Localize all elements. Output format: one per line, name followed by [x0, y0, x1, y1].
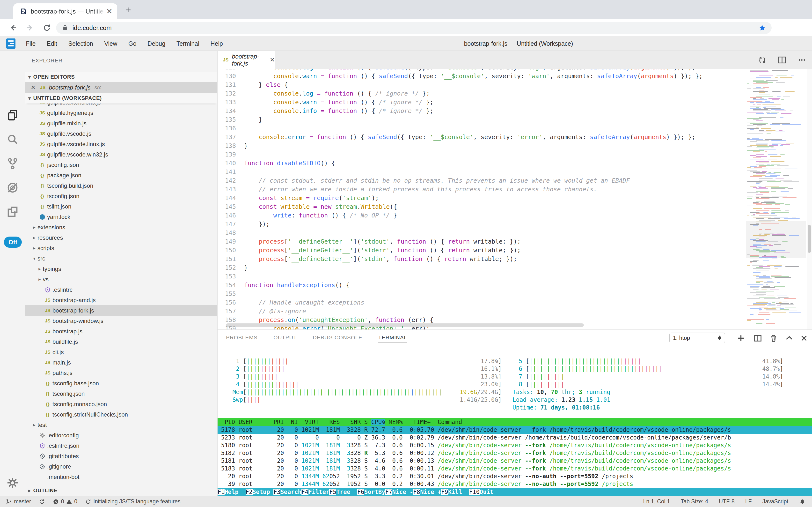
- close-icon[interactable]: ✕: [31, 84, 36, 91]
- sync-indicator[interactable]: [39, 499, 45, 505]
- htop-process-row[interactable]: 5233 root 20 0 0 0 0 Z 36.3 0.0 0:02.79 …: [217, 434, 812, 442]
- fkey-label-help[interactable]: Help: [225, 489, 246, 495]
- fkey-F8[interactable]: F8: [413, 489, 420, 495]
- tree-item-tsconfig.json[interactable]: {}tsconfig.json: [25, 389, 217, 399]
- tree-item-.gitignore[interactable]: .gitignore: [25, 461, 217, 472]
- tree-item-resources[interactable]: ▸resources: [25, 232, 217, 243]
- fkey-F6[interactable]: F6: [357, 489, 364, 495]
- menu-edit[interactable]: Edit: [41, 40, 63, 47]
- language-status[interactable]: Initializing JS/TS language features: [85, 498, 181, 505]
- tab-close-icon[interactable]: ✕: [269, 56, 275, 64]
- maximize-panel-icon[interactable]: [785, 334, 794, 343]
- encoding[interactable]: UTF-8: [719, 498, 735, 505]
- source-control-icon[interactable]: [6, 157, 19, 170]
- close-panel-icon[interactable]: [799, 334, 809, 343]
- fkey-label-search[interactable]: Search: [280, 489, 302, 495]
- tree-item-src[interactable]: ▾src: [25, 253, 217, 264]
- tree-item-bootstrap-fork.js[interactable]: JSbootstrap-fork.js: [25, 305, 217, 316]
- menu-help[interactable]: Help: [205, 40, 229, 47]
- fkey-label-nice -[interactable]: Nice -: [392, 489, 414, 495]
- menu-debug[interactable]: Debug: [142, 40, 171, 47]
- menu-file[interactable]: File: [20, 40, 41, 47]
- fkey-F10[interactable]: F10: [469, 489, 479, 495]
- fkey-F7[interactable]: F7: [385, 489, 392, 495]
- url-bar[interactable]: ide.coder.com: [56, 22, 772, 34]
- browser-tab[interactable]: bootstrap-fork.js — Untitled (W ✕: [13, 3, 117, 19]
- tree-item-gulpfile.hygiene.js[interactable]: JSgulpfile.hygiene.js: [25, 108, 217, 118]
- extensions-icon[interactable]: [6, 206, 19, 218]
- open-editor-item[interactable]: ✕ JS bootstrap-fork.js src: [25, 82, 217, 93]
- reload-icon[interactable]: [43, 23, 51, 32]
- terminal-select[interactable]: 1: htop: [669, 333, 725, 343]
- htop-process-row[interactable]: 39 root 20 0 1344M 62052 1952 S 0.0 0.2 …: [217, 480, 812, 488]
- tree-item-gulpfile.vscode.win32.js[interactable]: JSgulpfile.vscode.win32.js: [25, 149, 217, 160]
- htop-process-row[interactable]: 5181 root 20 0 1021M 181M 3328 S 4.6 0.6…: [217, 457, 812, 465]
- htop-process-row[interactable]: 5183 root 20 0 1021M 181M 3328 S 4.0 0.6…: [217, 465, 812, 472]
- tree-item-buildfile.js[interactable]: JSbuildfile.js: [25, 336, 217, 347]
- tree-item-typings[interactable]: ▸typings: [25, 264, 217, 274]
- tree-item-main.js[interactable]: JSmain.js: [25, 357, 217, 368]
- problems-indicator[interactable]: 0 0: [53, 498, 77, 505]
- tree-item-tsconfig.build.json[interactable]: {}tsconfig.build.json: [25, 180, 217, 191]
- cursor-position[interactable]: Ln 1, Col 1: [643, 498, 670, 505]
- search-icon[interactable]: [6, 133, 19, 146]
- fkey-F2[interactable]: F2: [246, 489, 253, 495]
- panel-tab-terminal[interactable]: TERMINAL: [378, 330, 407, 346]
- htop-table-header[interactable]: PID USER PRI NI VIRT RES SHR S CPU% MEM%…: [217, 418, 812, 426]
- tree-item-bootstrap.js[interactable]: JSbootstrap.js: [25, 326, 217, 336]
- terminal-view[interactable]: 1 [||||||||||||17.8%]2 [|||||||||||16.1%…: [217, 346, 812, 496]
- tree-item-.gitattributes[interactable]: .gitattributes: [25, 451, 217, 461]
- open-editors-header[interactable]: ▾ OPEN EDITORS: [25, 72, 217, 82]
- tree-item-vs[interactable]: ▸vs: [25, 274, 217, 284]
- tree-item-gulpfile.vscode.linux.js[interactable]: JSgulpfile.vscode.linux.js: [25, 139, 217, 149]
- menu-terminal[interactable]: Terminal: [171, 40, 205, 47]
- fkey-F9[interactable]: F9: [441, 489, 448, 495]
- htop-process-row[interactable]: 5178 root 20 0 1021M 181M 3328 R 72.7 0.…: [217, 426, 812, 434]
- tree-item-.editorconfig[interactable]: .editorconfig: [25, 430, 217, 441]
- git-branch-indicator[interactable]: master: [6, 498, 31, 505]
- tree-item-.eslintrc[interactable]: .eslintrc: [25, 284, 217, 295]
- fkey-label-nice +[interactable]: Nice +: [420, 489, 441, 495]
- bell-icon[interactable]: [799, 498, 806, 505]
- fkey-F1[interactable]: F1: [217, 489, 225, 495]
- tree-item-tsconfig.strictNullChecks.json[interactable]: {}tsconfig.strictNullChecks.json: [25, 409, 217, 420]
- tree-item-gulpfile.vscode.js[interactable]: JSgulpfile.vscode.js: [25, 128, 217, 139]
- tab-close-icon[interactable]: ✕: [106, 8, 112, 15]
- htop-process-row[interactable]: 20 root 20 0 1344M 62052 1952 S 3.3 0.2 …: [217, 472, 812, 480]
- forward-icon[interactable]: [25, 23, 34, 32]
- tree-item-extensions[interactable]: ▸extensions: [25, 222, 217, 232]
- fkey-label-setup[interactable]: Setup: [253, 489, 274, 495]
- tree-item-bootstrap-window.js[interactable]: JSbootstrap-window.js: [25, 316, 217, 326]
- editor-tab[interactable]: JS bootstrap-fork.js ✕: [217, 51, 275, 69]
- panel-tab-problems[interactable]: PROBLEMS: [226, 330, 257, 346]
- tree-item-paths.js[interactable]: JSpaths.js: [25, 368, 217, 378]
- more-actions-icon[interactable]: [798, 56, 806, 64]
- panel-tab-debug-console[interactable]: DEBUG CONSOLE: [313, 330, 362, 346]
- sync-editors-icon[interactable]: [758, 56, 766, 64]
- menu-selection[interactable]: Selection: [63, 40, 99, 47]
- workspace-header[interactable]: ▾ UNTITLED (WORKSPACE): [25, 93, 217, 104]
- fkey-label-sortby[interactable]: SortBy: [364, 489, 385, 495]
- fkey-label-quit[interactable]: Quit: [480, 489, 501, 495]
- explorer-icon[interactable]: [6, 109, 19, 121]
- tree-item-gulpfile.mixin.js[interactable]: JSgulpfile.mixin.js: [25, 118, 217, 128]
- tree-item-.mention-bot[interactable]: ≡.mention-bot: [25, 472, 217, 482]
- settings-gear-icon[interactable]: [6, 476, 19, 489]
- fkey-F4[interactable]: F4: [302, 489, 308, 495]
- menu-view[interactable]: View: [99, 40, 123, 47]
- new-terminal-icon[interactable]: [736, 334, 746, 343]
- fkey-label-kill[interactable]: Kill: [448, 489, 469, 495]
- tree-item-tsconfig.base.json[interactable]: {}tsconfig.base.json: [25, 378, 217, 389]
- tree-item-test[interactable]: ▸test: [25, 420, 217, 430]
- kill-terminal-icon[interactable]: [769, 334, 778, 343]
- tree-item-cli.js[interactable]: JScli.js: [25, 347, 217, 357]
- outline-header[interactable]: ▸ OUTLINE: [25, 485, 217, 496]
- fkey-label-filter[interactable]: Filter: [308, 489, 329, 495]
- fkey-F3[interactable]: F3: [273, 489, 280, 495]
- tree-item-tslint.json[interactable]: {}tslint.json: [25, 201, 217, 212]
- tree-item-tsconfig.json[interactable]: {}tsconfig.json: [25, 191, 217, 201]
- tree-item-yarn.lock[interactable]: yarn.lock: [25, 212, 217, 222]
- tree-item-scripts[interactable]: ▸scripts: [25, 243, 217, 253]
- htop-process-row[interactable]: 5182 root 20 0 1021M 181M 3328 R 5.3 0.6…: [217, 449, 812, 457]
- tree-item-.eslintrc.json[interactable]: .eslintrc.json: [25, 441, 217, 451]
